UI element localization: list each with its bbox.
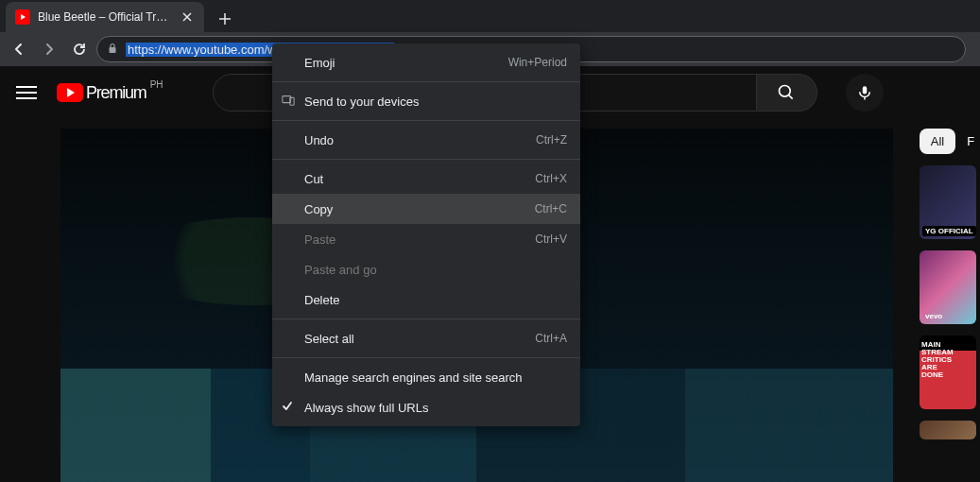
search-button[interactable]	[757, 74, 817, 112]
menu-item-copy[interactable]: Copy Ctrl+C	[272, 194, 580, 224]
right-rail: All F YG OFFICIAL vevo MAIN STREAM CRITI…	[916, 119, 980, 482]
forward-button[interactable]	[36, 36, 62, 62]
menu-label: Paste and go	[304, 263, 377, 277]
menu-shortcut: Ctrl+V	[535, 232, 567, 246]
lock-icon	[107, 41, 118, 58]
recommendation-thumb[interactable]: vevo	[920, 250, 976, 324]
devices-icon	[282, 94, 295, 110]
country-code: PH	[150, 79, 163, 90]
svg-point-6	[780, 86, 791, 97]
menu-label: Emoji	[304, 56, 335, 70]
menu-separator	[272, 159, 580, 160]
tab-strip: Blue Beetle – Official Trailer - You	[0, 0, 980, 32]
menu-label: Delete	[304, 293, 340, 307]
menu-label: Paste	[304, 232, 335, 247]
menu-item-send-devices[interactable]: Send to your devices	[272, 86, 580, 116]
chip-all[interactable]: All	[920, 129, 955, 154]
recommendation-thumb[interactable]	[920, 421, 976, 439]
thumb-overlay-text: MAIN STREAM CRITICS ARE DONE	[921, 341, 954, 379]
menu-separator	[272, 357, 580, 358]
menu-label: Always show full URLs	[304, 401, 429, 415]
badge-text: vevo	[922, 311, 945, 321]
menu-item-delete[interactable]: Delete	[272, 284, 580, 315]
menu-separator	[272, 120, 580, 121]
youtube-play-icon	[57, 83, 83, 102]
menu-item-cut[interactable]: Cut Ctrl+X	[272, 164, 580, 194]
menu-separator	[272, 318, 580, 319]
back-button[interactable]	[6, 36, 32, 62]
recommendation-thumb[interactable]: YG OFFICIAL	[920, 165, 976, 239]
menu-item-select-all[interactable]: Select all Ctrl+A	[272, 323, 580, 353]
hamburger-menu-button[interactable]	[15, 81, 38, 104]
svg-rect-5	[110, 47, 116, 53]
menu-label: Undo	[304, 133, 334, 147]
check-icon	[282, 401, 293, 415]
menu-item-paste-and-go: Paste and go	[272, 254, 580, 284]
menu-item-undo[interactable]: Undo Ctrl+Z	[272, 125, 580, 155]
menu-label: Cut	[304, 172, 323, 186]
youtube-brand: Premium	[86, 83, 146, 103]
youtube-logo[interactable]: Premium PH	[57, 83, 146, 103]
chip-next[interactable]: F	[965, 129, 976, 154]
browser-tab[interactable]: Blue Beetle – Official Trailer - You	[6, 2, 204, 32]
svg-marker-0	[21, 14, 26, 20]
menu-item-show-full-urls[interactable]: Always show full URLs	[272, 392, 580, 422]
menu-shortcut: Ctrl+X	[535, 172, 567, 185]
svg-line-7	[789, 95, 793, 99]
menu-item-emoji[interactable]: Emoji Win+Period	[272, 47, 580, 77]
menu-item-paste: Paste Ctrl+V	[272, 224, 580, 254]
badge-text: OFFICIAL	[938, 227, 973, 235]
menu-shortcut: Win+Period	[508, 56, 567, 69]
menu-separator	[272, 81, 580, 82]
menu-shortcut: Ctrl+A	[535, 332, 567, 345]
menu-shortcut: Ctrl+C	[535, 202, 567, 215]
recommendation-thumb[interactable]: MAIN STREAM CRITICS ARE DONE	[920, 336, 976, 409]
tab-title: Blue Beetle – Official Trailer - You	[38, 10, 172, 24]
voice-search-button[interactable]	[846, 74, 884, 112]
badge-prefix: YG	[925, 227, 937, 235]
menu-label: Manage search engines and site search	[304, 370, 523, 385]
menu-label: Copy	[304, 202, 333, 216]
close-tab-button[interactable]	[180, 9, 195, 25]
youtube-favicon-icon	[15, 9, 30, 25]
filter-chips: All F	[920, 129, 976, 154]
menu-item-manage-engines[interactable]: Manage search engines and site search	[272, 362, 580, 392]
menu-shortcut: Ctrl+Z	[536, 133, 567, 146]
context-menu: Emoji Win+Period Send to your devices Un…	[272, 43, 580, 426]
reload-button[interactable]	[66, 36, 93, 62]
menu-label: Select all	[304, 332, 354, 346]
new-tab-button[interactable]	[212, 6, 238, 32]
menu-label: Send to your devices	[304, 95, 419, 109]
